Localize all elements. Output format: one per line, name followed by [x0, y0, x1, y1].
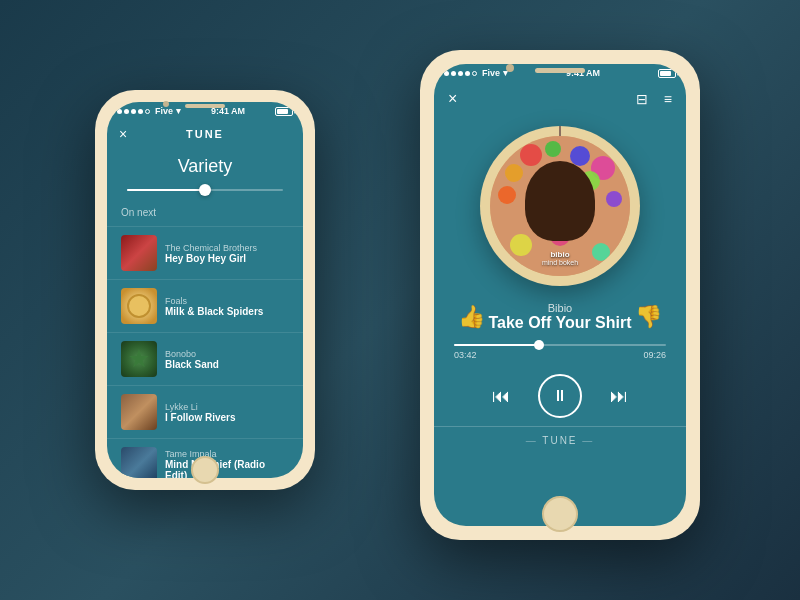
phone-left-speaker [185, 104, 225, 108]
equalizer-icon[interactable]: ⊟ [636, 91, 648, 107]
tune-footer: — TUNE — [434, 426, 686, 456]
wifi-icon-left: ▾ [176, 106, 181, 116]
signal-dots [117, 109, 150, 114]
slider-track [127, 189, 283, 191]
dot3 [131, 109, 136, 114]
phone-right-home-button[interactable] [542, 496, 578, 532]
progress-thumb[interactable] [534, 340, 544, 350]
battery-left [275, 107, 293, 116]
track-info-1: Foals Milk & Black Spiders [165, 296, 289, 317]
rdot1 [444, 71, 449, 76]
track-title-4: Mind Mischief (Radio Edit) [165, 459, 289, 478]
track-list: The Chemical Brothers Hey Boy Hey Girl F… [107, 226, 303, 478]
track-item-2[interactable]: Bonobo Black Sand [107, 332, 303, 385]
album-art: bibio mind bokeh [490, 136, 630, 276]
progress-fill [454, 344, 539, 346]
track-thumb-0 [121, 235, 157, 271]
menu-icon[interactable]: ≡ [664, 91, 672, 107]
on-next-label: On next [107, 207, 303, 226]
bokeh-bg: bibio mind bokeh [490, 136, 630, 276]
phone-left-camera [163, 101, 169, 107]
slider-fill [127, 189, 205, 191]
track-thumb-3 [121, 394, 157, 430]
bokeh-dot [545, 141, 561, 157]
track-title-2: Black Sand [165, 359, 289, 370]
rewind-button[interactable]: ⏮ [492, 386, 510, 407]
battery-fill-right [660, 71, 671, 76]
track-artist-1: Foals [165, 296, 289, 306]
dash-right: — [582, 435, 594, 446]
player-screen: × ⊟ ≡ [434, 82, 686, 526]
head-silhouette [525, 161, 595, 241]
dash-left: — [526, 435, 543, 446]
variety-label: Variety [107, 148, 303, 189]
tune-title: TUNE [186, 128, 224, 140]
song-info: Bibio Take Off Your Shirt [485, 302, 635, 332]
time-row: 03:42 09:26 [454, 350, 666, 360]
phone-left-home-button[interactable] [191, 456, 219, 484]
track-info-2: Bonobo Black Sand [165, 349, 289, 370]
song-controls-row: 👍 Bibio Take Off Your Shirt 👎 [434, 294, 686, 336]
player-close-button[interactable]: × [448, 90, 457, 108]
bokeh-dot [505, 164, 523, 182]
tune-close-button[interactable]: × [119, 126, 127, 142]
track-item-3[interactable]: Lykke Li I Follow Rivers [107, 385, 303, 438]
dot5 [145, 109, 150, 114]
battery-fill-left [277, 109, 288, 114]
album-circle: bibio mind bokeh [480, 126, 640, 286]
rdot3 [458, 71, 463, 76]
phone-left: Five ▾ 9:41 AM × TUNE Variety [95, 90, 315, 490]
playback-controls: ⏮ ⏸ ⏭ [434, 364, 686, 426]
track-title-0: Hey Boy Hey Girl [165, 253, 289, 264]
progress-track [454, 344, 666, 346]
rdot4 [465, 71, 470, 76]
carrier-name-right: Five [482, 68, 500, 78]
track-thumb-4 [121, 447, 157, 478]
rdot2 [451, 71, 456, 76]
carrier-name-left: Five [155, 106, 173, 116]
track-artist-2: Bonobo [165, 349, 289, 359]
track-info-0: The Chemical Brothers Hey Boy Hey Girl [165, 243, 289, 264]
time-total: 09:26 [643, 350, 666, 360]
phone-left-screen: Five ▾ 9:41 AM × TUNE Variety [107, 102, 303, 478]
track-title-3: I Follow Rivers [165, 412, 289, 423]
slider-thumb[interactable] [199, 184, 211, 196]
phone-right-camera [506, 64, 514, 72]
bokeh-dot [520, 144, 542, 166]
rdot5 [472, 71, 477, 76]
phone-right-speaker [535, 68, 585, 73]
bokeh-dot [606, 191, 622, 207]
pause-icon: ⏸ [552, 387, 568, 405]
battery-icon-left [275, 107, 293, 116]
signal-dots-right [444, 71, 477, 76]
tune-footer-label: TUNE [542, 435, 577, 446]
pause-button[interactable]: ⏸ [538, 374, 582, 418]
dot2 [124, 109, 129, 114]
track-info-4: Tame Impala Mind Mischief (Radio Edit) [165, 449, 289, 478]
status-bar-right: Five ▾ 9:41 AM [434, 64, 686, 82]
track-item-0[interactable]: The Chemical Brothers Hey Boy Hey Girl [107, 226, 303, 279]
track-artist-0: The Chemical Brothers [165, 243, 289, 253]
phone-right-screen: Five ▾ 9:41 AM × ⊟ ≡ [434, 64, 686, 526]
player-header: × ⊟ ≡ [434, 82, 686, 116]
dot4 [138, 109, 143, 114]
track-thumb-2 [121, 341, 157, 377]
tune-slider[interactable] [107, 189, 303, 207]
progress-container[interactable]: 03:42 09:26 [434, 336, 686, 364]
header-icons: ⊟ ≡ [636, 91, 672, 107]
time-current: 03:42 [454, 350, 477, 360]
album-art-container: bibio mind bokeh [434, 116, 686, 294]
track-artist-3: Lykke Li [165, 402, 289, 412]
track-title-1: Milk & Black Spiders [165, 306, 289, 317]
tune-header: × TUNE [107, 120, 303, 148]
thumbs-up-button[interactable]: 👍 [458, 304, 485, 330]
bokeh-dot [592, 243, 610, 261]
album-label: bibio mind bokeh [542, 250, 578, 266]
song-title: Take Off Your Shirt [485, 314, 635, 332]
fast-forward-button[interactable]: ⏭ [610, 386, 628, 407]
bokeh-dot [510, 234, 532, 256]
tune-screen: × TUNE Variety On next The Chemical Brot… [107, 120, 303, 478]
bokeh-dot [498, 186, 516, 204]
track-item-1[interactable]: Foals Milk & Black Spiders [107, 279, 303, 332]
thumbs-down-button[interactable]: 👎 [635, 304, 662, 330]
